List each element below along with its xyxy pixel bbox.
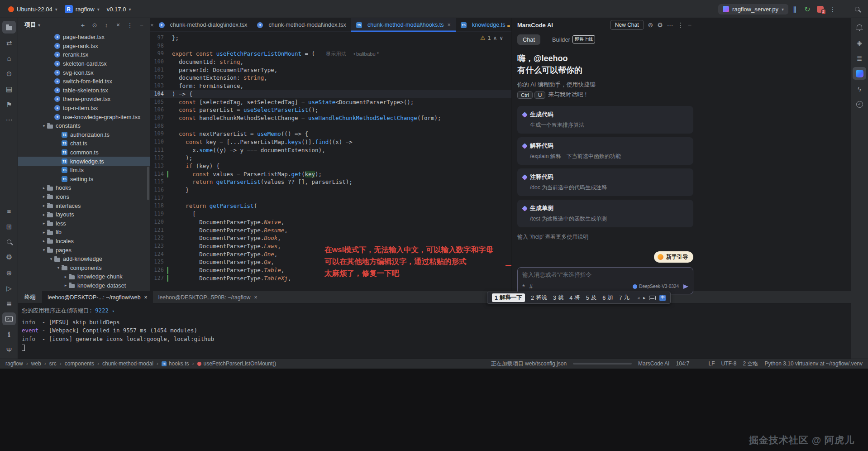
tree-item[interactable]: constants bbox=[18, 121, 150, 130]
tree-item[interactable]: authorization.ts bbox=[18, 130, 150, 139]
context-hash-icon[interactable] bbox=[529, 283, 533, 290]
tool-window-button[interactable] bbox=[853, 98, 866, 110]
prompt-card[interactable]: 注释代码 /doc 为当前选中的代码生成注释 bbox=[517, 168, 693, 196]
tree-item[interactable]: rerank.tsx bbox=[18, 50, 150, 59]
next-problem-icon[interactable] bbox=[499, 35, 503, 41]
tree-item[interactable]: locales bbox=[18, 237, 150, 246]
prompt-card[interactable]: 生成代码 生成一个冒泡排序算法 bbox=[517, 106, 693, 134]
ime-candidate[interactable]: 4将 bbox=[569, 294, 580, 302]
tool-window-button[interactable] bbox=[2, 343, 16, 356]
tool-window-button[interactable] bbox=[2, 282, 16, 294]
tree-item[interactable]: knowledge.ts bbox=[18, 157, 150, 166]
tool-window-button[interactable] bbox=[2, 266, 16, 279]
inspection-widget[interactable]: 1 bbox=[480, 34, 503, 41]
file-encoding[interactable]: UTF-8 bbox=[721, 360, 737, 367]
indent-style[interactable]: 2 空格 bbox=[743, 360, 758, 368]
usages-inlay-hint[interactable]: 显示用法 bbox=[326, 51, 346, 57]
rerun-button[interactable] bbox=[801, 3, 814, 15]
editor-tab[interactable]: chunk-method-dialog\index.tsx bbox=[154, 18, 253, 32]
tree-item[interactable]: layouts bbox=[18, 210, 150, 219]
model-selector[interactable]: DeepSeek-V3-0324 bbox=[633, 284, 679, 289]
tool-window-button[interactable] bbox=[853, 67, 866, 80]
tool-window-button[interactable] bbox=[2, 220, 16, 233]
line-separator[interactable]: LF bbox=[709, 360, 715, 367]
profile-button[interactable] bbox=[788, 3, 801, 15]
run-more-button[interactable] bbox=[826, 3, 839, 15]
tree-item[interactable]: icons bbox=[18, 192, 150, 202]
kebab-icon[interactable] bbox=[677, 22, 684, 28]
breadcrumb-item[interactable]: ragflow bbox=[5, 360, 23, 367]
breadcrumb-item[interactable]: web bbox=[23, 360, 41, 367]
onboarding-button[interactable]: 新手引导 bbox=[654, 251, 693, 263]
tree-chevron-icon[interactable] bbox=[41, 239, 47, 243]
editor-tab[interactable]: chunk-method-modal\index.tsx bbox=[252, 18, 351, 32]
tree-item[interactable]: table-skeleton.tsx bbox=[18, 86, 150, 95]
tree-item[interactable]: pages bbox=[18, 245, 150, 254]
terminal-title[interactable]: 终端 bbox=[18, 291, 42, 303]
tool-window-button[interactable] bbox=[853, 82, 866, 95]
prompt-card[interactable]: 生成单测 /test 为这段选中的函数生成单测 bbox=[517, 200, 693, 227]
tree-chevron-icon[interactable] bbox=[48, 257, 54, 261]
tool-window-button[interactable] bbox=[2, 251, 16, 264]
tool-window-button[interactable] bbox=[2, 82, 16, 95]
project-selector[interactable]: R ragflow bbox=[61, 3, 103, 15]
tool-window-button[interactable] bbox=[2, 113, 16, 126]
ime-next-page-icon[interactable] bbox=[643, 295, 645, 300]
tree-chevron-icon[interactable] bbox=[62, 274, 69, 279]
tree-item[interactable]: theme-provider.tsx bbox=[18, 95, 150, 104]
terminal-output[interactable]: 您的应用程序正在侦听端口:9222 info - [MFSU] skip bui… bbox=[18, 303, 851, 359]
breadcrumb-item[interactable]: useFetchParserListOnMount() bbox=[189, 360, 277, 367]
search-everywhere-button[interactable] bbox=[851, 3, 863, 15]
breadcrumb-item[interactable]: src bbox=[41, 360, 57, 367]
tree-chevron-icon[interactable] bbox=[41, 248, 47, 252]
breadcrumb-item[interactable]: chunk-method-modal bbox=[94, 360, 153, 367]
more-h-icon[interactable] bbox=[667, 22, 673, 28]
tree-item[interactable]: less bbox=[18, 219, 150, 228]
tree-chevron-icon[interactable] bbox=[41, 212, 47, 217]
tree-chevron-icon[interactable] bbox=[55, 265, 62, 270]
ime-candidate[interactable]: 7九 bbox=[619, 294, 630, 302]
marscode-status[interactable]: MarsCode AI bbox=[638, 360, 669, 367]
tool-window-button[interactable] bbox=[2, 36, 16, 49]
ime-keyboard-icon[interactable] bbox=[649, 296, 656, 300]
tool-window-button[interactable] bbox=[2, 235, 16, 248]
ime-prev-page-icon[interactable] bbox=[637, 295, 639, 300]
agents-icon[interactable] bbox=[648, 22, 653, 28]
terminal-tab[interactable]: leehoo@DESKTOP...5P0B: ~/ragflow bbox=[153, 291, 263, 303]
send-icon[interactable] bbox=[683, 284, 688, 289]
tree-item[interactable]: page-rank.tsx bbox=[18, 42, 150, 51]
expand-icon[interactable] bbox=[101, 20, 111, 30]
tree-chevron-icon[interactable] bbox=[41, 194, 47, 199]
terminal-tab[interactable]: leehoo@DESKTOP-...: ~/ragflow/web bbox=[42, 291, 153, 303]
branch-selector[interactable]: v0.17.0 bbox=[103, 4, 135, 14]
tree-item[interactable]: page-header.tsx bbox=[18, 33, 150, 42]
tree-item[interactable]: switch-fom-field.tsx bbox=[18, 77, 150, 86]
ime-candidate[interactable]: 2将说 bbox=[531, 294, 547, 302]
tree-chevron-icon[interactable] bbox=[41, 230, 47, 235]
author-inlay-hint[interactable]: balibabu * bbox=[353, 51, 379, 57]
caret-position[interactable]: 104:7 bbox=[676, 360, 689, 367]
options-icon[interactable] bbox=[125, 20, 135, 30]
tool-window-button[interactable] bbox=[2, 67, 16, 80]
tree-item[interactable]: use-knowledge-graph-item.tsx bbox=[18, 112, 150, 121]
ime-candidate[interactable]: 1解释一下 bbox=[492, 293, 525, 302]
chevron-down-icon[interactable] bbox=[112, 309, 114, 313]
tree-item[interactable]: components bbox=[18, 263, 150, 272]
tree-item[interactable]: setting.ts bbox=[18, 175, 150, 184]
breadcrumb-item[interactable]: hooks.ts bbox=[153, 360, 189, 367]
minimize-icon[interactable] bbox=[688, 22, 692, 28]
tree-item[interactable]: llm.ts bbox=[18, 166, 150, 175]
tree-item[interactable]: lib bbox=[18, 228, 150, 237]
tree-item[interactable]: common.ts bbox=[18, 148, 150, 157]
tree-item[interactable]: top-n-item.tsx bbox=[18, 104, 150, 113]
tree-item[interactable]: knowledge-chunk bbox=[18, 272, 150, 281]
code-editor[interactable]: 97 }; 98 99 export const useFetchParse bbox=[150, 32, 511, 291]
editor-tab[interactable]: chunk-method-modal\hooks.ts bbox=[351, 18, 456, 32]
tree-item[interactable]: hooks bbox=[18, 183, 150, 192]
tree-chevron-icon[interactable] bbox=[41, 203, 47, 208]
tree-item[interactable]: interfaces bbox=[18, 201, 150, 210]
tool-window-button[interactable] bbox=[2, 52, 16, 64]
ime-candidate[interactable]: 6加 bbox=[602, 294, 613, 302]
tab-close-icon[interactable] bbox=[144, 294, 148, 301]
tab-close-icon[interactable] bbox=[254, 294, 258, 301]
